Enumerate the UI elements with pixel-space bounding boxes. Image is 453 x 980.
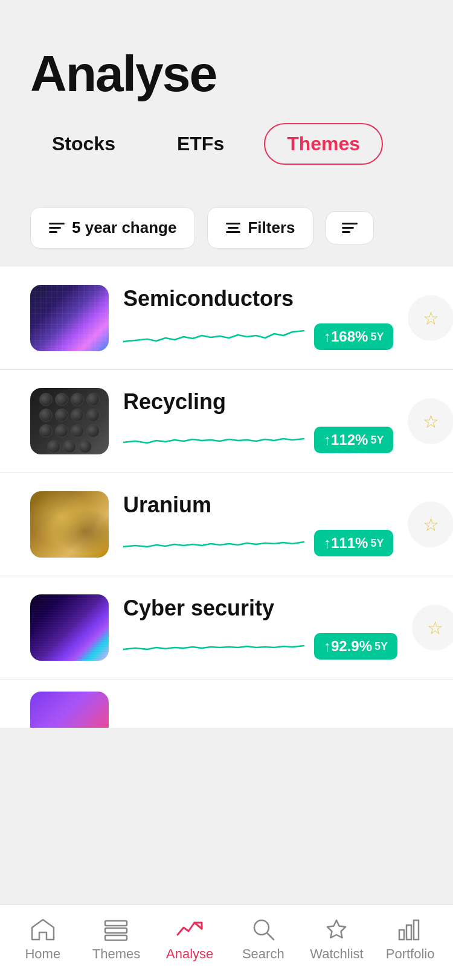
theme-thumbnail xyxy=(30,388,109,454)
tab-etfs[interactable]: ETFs xyxy=(155,124,246,164)
svg-rect-2 xyxy=(105,935,127,940)
list-item-partial xyxy=(0,679,453,728)
theme-name: Uranium xyxy=(123,492,393,518)
sort-icon xyxy=(49,223,65,233)
nav-label-themes: Themes xyxy=(92,946,140,962)
analyse-icon xyxy=(175,917,204,941)
change-value: ↑92.9% xyxy=(324,638,372,655)
uranium-image xyxy=(30,491,109,558)
header: Analyse Stocks ETFs Themes xyxy=(0,0,453,207)
tab-bar: Stocks ETFs Themes xyxy=(30,123,423,165)
themes-list: Semiconductors ↑168%5Y ☆ xyxy=(0,267,453,728)
svg-rect-1 xyxy=(105,928,127,933)
svg-rect-0 xyxy=(105,921,127,926)
home-icon xyxy=(28,917,57,941)
tab-themes[interactable]: Themes xyxy=(264,123,383,165)
favorite-button[interactable]: ☆ xyxy=(408,398,453,444)
chart-row: ↑168%5Y xyxy=(123,323,393,350)
change-badge: ↑92.9%5Y xyxy=(314,633,397,660)
chart-row: ↑111%5Y xyxy=(123,530,393,556)
page-title: Analyse xyxy=(30,48,423,99)
svg-rect-5 xyxy=(399,930,404,940)
watchlist-icon xyxy=(322,917,351,941)
star-icon: ☆ xyxy=(423,308,439,329)
mini-chart xyxy=(123,634,304,658)
mini-chart xyxy=(123,325,304,349)
theme-info: Semiconductors ↑168%5Y xyxy=(123,286,393,350)
theme-info: Recycling ↑112%5Y xyxy=(123,389,393,453)
nav-label-watchlist: Watchlist xyxy=(310,946,363,962)
chart-row: ↑92.9%5Y xyxy=(123,633,397,660)
nav-label-search: Search xyxy=(242,946,284,962)
theme-info: Cyber security ↑92.9%5Y xyxy=(123,596,397,660)
theme-thumbnail xyxy=(30,491,109,558)
sort-order-button[interactable] xyxy=(326,211,374,244)
semiconductors-image xyxy=(30,285,109,351)
search-icon xyxy=(249,917,278,941)
svg-rect-7 xyxy=(414,920,419,940)
filter-label: Filters xyxy=(248,218,295,237)
chart-row: ↑112%5Y xyxy=(123,427,393,453)
filter-icon xyxy=(226,223,240,233)
svg-rect-6 xyxy=(406,925,411,940)
partial-thumbnail xyxy=(30,692,109,728)
nav-item-analyse[interactable]: Analyse xyxy=(162,917,217,962)
nav-item-portfolio[interactable]: Portfolio xyxy=(383,917,437,962)
star-icon: ☆ xyxy=(427,617,443,638)
theme-info: Uranium ↑111%5Y xyxy=(123,492,393,556)
theme-thumbnail xyxy=(30,285,109,351)
list-item[interactable]: Recycling ↑112%5Y ☆ xyxy=(0,370,453,473)
filter-bar: 5 year change Filters xyxy=(0,207,453,267)
period-label: 5Y xyxy=(370,537,384,550)
nav-label-home: Home xyxy=(25,946,60,962)
favorite-button[interactable]: ☆ xyxy=(408,501,453,547)
themes-icon xyxy=(101,917,130,941)
recycling-image xyxy=(30,388,109,454)
bottom-nav: Home Themes Analyse Search xyxy=(0,905,453,980)
filter-button[interactable]: Filters xyxy=(207,207,313,249)
portfolio-icon xyxy=(396,917,425,941)
sort-button[interactable]: 5 year change xyxy=(30,207,195,249)
theme-name: Cyber security xyxy=(123,596,397,621)
change-badge: ↑111%5Y xyxy=(314,530,393,556)
change-value: ↑112% xyxy=(324,431,368,448)
nav-item-home[interactable]: Home xyxy=(16,917,70,962)
star-icon: ☆ xyxy=(423,411,439,432)
list-item[interactable]: Cyber security ↑92.9%5Y ☆ xyxy=(0,576,453,679)
change-badge: ↑112%5Y xyxy=(314,427,393,453)
theme-thumbnail xyxy=(30,594,109,661)
change-badge: ↑168%5Y xyxy=(314,323,393,350)
nav-item-themes[interactable]: Themes xyxy=(89,917,143,962)
mini-chart xyxy=(123,531,304,555)
nav-item-watchlist[interactable]: Watchlist xyxy=(309,917,364,962)
favorite-button[interactable]: ☆ xyxy=(408,295,453,341)
nav-label-portfolio: Portfolio xyxy=(386,946,435,962)
list-item[interactable]: Semiconductors ↑168%5Y ☆ xyxy=(0,267,453,370)
period-label: 5Y xyxy=(374,640,388,653)
svg-line-4 xyxy=(267,933,274,940)
cybersecurity-image xyxy=(30,594,109,661)
mini-chart xyxy=(123,428,304,452)
list-item[interactable]: Uranium ↑111%5Y ☆ xyxy=(0,473,453,576)
tab-stocks[interactable]: Stocks xyxy=(30,124,137,164)
change-value: ↑111% xyxy=(324,535,368,552)
sort-label: 5 year change xyxy=(72,218,176,237)
theme-name: Semiconductors xyxy=(123,286,393,311)
nav-label-analyse: Analyse xyxy=(166,946,213,962)
nav-item-search[interactable]: Search xyxy=(236,917,291,962)
theme-name: Recycling xyxy=(123,389,393,415)
period-label: 5Y xyxy=(370,434,384,447)
star-icon: ☆ xyxy=(423,514,439,535)
sort-order-icon xyxy=(342,223,358,233)
period-label: 5Y xyxy=(370,331,384,343)
change-value: ↑168% xyxy=(324,328,368,345)
favorite-button[interactable]: ☆ xyxy=(412,605,453,651)
